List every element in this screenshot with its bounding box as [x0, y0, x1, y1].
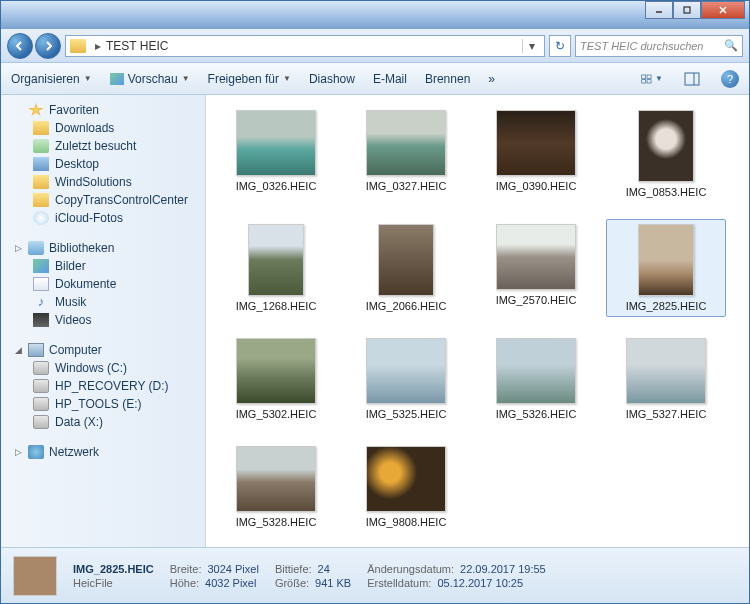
sidebar-item-icloud-fotos[interactable]: iCloud-Fotos [1, 209, 205, 227]
sidebar-item-bilder[interactable]: Bilder [1, 257, 205, 275]
details-height-label: Höhe: [170, 577, 199, 589]
file-item[interactable]: IMG_2570.HEIC [476, 219, 596, 317]
search-input[interactable]: TEST HEIC durchsuchen 🔍 [575, 35, 743, 57]
img-icon [33, 259, 49, 273]
folder-icon [33, 193, 49, 207]
file-name-label: IMG_9808.HEIC [366, 516, 447, 528]
sidebar-item-videos[interactable]: Videos [1, 311, 205, 329]
thumbnail-image [638, 224, 694, 296]
share-menu[interactable]: Freigeben für▼ [208, 72, 291, 86]
sidebar-item-downloads[interactable]: Downloads [1, 119, 205, 137]
close-button[interactable] [701, 1, 745, 19]
titlebar[interactable] [1, 1, 749, 29]
thumbnail-image [236, 338, 316, 404]
file-name-label: IMG_5327.HEIC [626, 408, 707, 420]
details-size-value: 941 KB [315, 577, 351, 589]
sidebar-item-dokumente[interactable]: Dokumente [1, 275, 205, 293]
thumbnail-image [236, 446, 316, 512]
help-button[interactable]: ? [721, 70, 739, 88]
details-bitdepth-label: Bittiefe: [275, 563, 312, 575]
preview-menu[interactable]: Vorschau▼ [110, 72, 190, 86]
file-name-label: IMG_0390.HEIC [496, 180, 577, 192]
preview-pane-button[interactable] [681, 69, 703, 89]
sidebar-header-netzwerk[interactable]: ▷Netzwerk [1, 443, 205, 461]
file-item[interactable]: IMG_5302.HEIC [216, 333, 336, 425]
burn-button[interactable]: Brennen [425, 72, 470, 86]
email-button[interactable]: E-Mail [373, 72, 407, 86]
refresh-button[interactable]: ↻ [549, 35, 571, 57]
sidebar-item-hp-recovery-d-[interactable]: HP_RECOVERY (D:) [1, 377, 205, 395]
file-item[interactable]: IMG_0390.HEIC [476, 105, 596, 203]
file-item[interactable]: IMG_5326.HEIC [476, 333, 596, 425]
file-item[interactable]: IMG_2066.HEIC [346, 219, 466, 317]
breadcrumb-arrow-icon[interactable]: ▸ [90, 39, 106, 53]
address-dropdown-icon[interactable]: ▾ [522, 39, 540, 53]
file-name-label: IMG_0853.HEIC [626, 186, 707, 198]
folder-icon [33, 175, 49, 189]
details-filetype: HeicFile [73, 577, 113, 589]
thumbnail-image [366, 338, 446, 404]
svg-rect-1 [684, 7, 690, 13]
file-name-label: IMG_1268.HEIC [236, 300, 317, 312]
sidebar-item-musik[interactable]: ♪Musik [1, 293, 205, 311]
svg-rect-6 [642, 79, 646, 82]
folder-icon [33, 121, 49, 135]
toolbar-overflow[interactable]: » [488, 72, 495, 86]
file-item[interactable]: IMG_1268.HEIC [216, 219, 336, 317]
file-name-label: IMG_2570.HEIC [496, 294, 577, 306]
content-area[interactable]: IMG_0326.HEIC IMG_0327.HEIC IMG_0390.HEI… [206, 95, 749, 547]
folder-icon [70, 39, 86, 53]
file-name-label: IMG_2066.HEIC [366, 300, 447, 312]
sidebar-item-windsolutions[interactable]: WindSolutions [1, 173, 205, 191]
sidebar-item-data-x-[interactable]: Data (X:) [1, 413, 205, 431]
address-bar[interactable]: ▸ TEST HEIC ▾ [65, 35, 545, 57]
sidebar-item-desktop[interactable]: Desktop [1, 155, 205, 173]
sidebar-header-favoriten[interactable]: Favoriten [1, 101, 205, 119]
forward-button[interactable] [35, 33, 61, 59]
details-bitdepth-value: 24 [318, 563, 330, 575]
file-name-label: IMG_0326.HEIC [236, 180, 317, 192]
toolbar: Organisieren▼ Vorschau▼ Freigeben für▼ D… [1, 63, 749, 95]
music-icon: ♪ [33, 295, 49, 309]
details-filename: IMG_2825.HEIC [73, 563, 154, 575]
sidebar-header-bibliotheken[interactable]: ▷Bibliotheken [1, 239, 205, 257]
thumbnail-image [496, 110, 576, 176]
minimize-button[interactable] [645, 1, 673, 19]
thumbnail-image [626, 338, 706, 404]
file-name-label: IMG_5325.HEIC [366, 408, 447, 420]
sidebar-item-windows-c-[interactable]: Windows (C:) [1, 359, 205, 377]
file-name-label: IMG_5328.HEIC [236, 516, 317, 528]
maximize-button[interactable] [673, 1, 701, 19]
view-options-button[interactable]: ▼ [641, 69, 663, 89]
drive-icon [33, 415, 49, 429]
sidebar-item-copytranscontrolcenter[interactable]: CopyTransControlCenter [1, 191, 205, 209]
thumbnail-image [366, 446, 446, 512]
thumbnail-image [638, 110, 694, 182]
preview-icon [110, 73, 124, 85]
file-name-label: IMG_5302.HEIC [236, 408, 317, 420]
file-item[interactable]: IMG_5327.HEIC [606, 333, 726, 425]
file-item[interactable]: IMG_0326.HEIC [216, 105, 336, 203]
file-item[interactable]: IMG_0327.HEIC [346, 105, 466, 203]
sidebar-item-zuletzt-besucht[interactable]: Zuletzt besucht [1, 137, 205, 155]
sidebar-header-computer[interactable]: ◢Computer [1, 341, 205, 359]
explorer-window: ▸ TEST HEIC ▾ ↻ TEST HEIC durchsuchen 🔍 … [0, 0, 750, 604]
file-item[interactable]: IMG_5325.HEIC [346, 333, 466, 425]
file-item[interactable]: IMG_0853.HEIC [606, 105, 726, 203]
star-icon [28, 103, 44, 117]
thumbnail-image [496, 224, 576, 290]
details-width-label: Breite: [170, 563, 202, 575]
recent-icon [33, 139, 49, 153]
back-button[interactable] [7, 33, 33, 59]
file-item[interactable]: IMG_5328.HEIC [216, 441, 336, 533]
slideshow-button[interactable]: Diashow [309, 72, 355, 86]
file-item[interactable]: IMG_9808.HEIC [346, 441, 466, 533]
details-modified-value: 22.09.2017 19:55 [460, 563, 546, 575]
file-name-label: IMG_0327.HEIC [366, 180, 447, 192]
thumbnail-image [236, 110, 316, 176]
organize-menu[interactable]: Organisieren▼ [11, 72, 92, 86]
breadcrumb-segment[interactable]: TEST HEIC [106, 39, 168, 53]
file-item[interactable]: IMG_2825.HEIC [606, 219, 726, 317]
sidebar-item-hp-tools-e-[interactable]: HP_TOOLS (E:) [1, 395, 205, 413]
svg-rect-8 [685, 73, 699, 85]
